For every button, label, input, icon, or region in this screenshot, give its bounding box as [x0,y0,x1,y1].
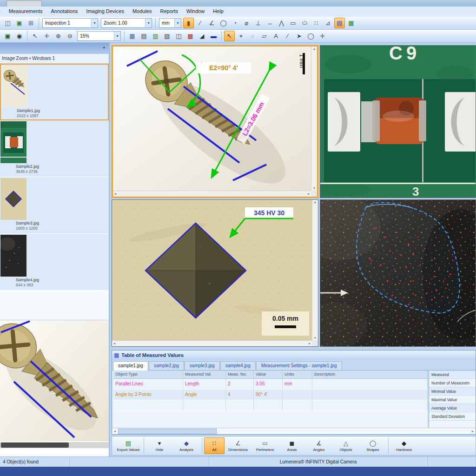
perpendicular-measure-icon[interactable]: ⊥ [253,18,264,28]
text-annotation-icon[interactable]: A [271,31,281,41]
measure-bar-icon[interactable]: ▬ [208,31,219,41]
menu-item-measurements[interactable]: Measurements [5,7,47,17]
table-horizontal-scrollbar[interactable]: ◄► [112,428,476,434]
rectangle-measure-icon[interactable]: ▭ [288,18,298,28]
chevron-down-icon[interactable]: ▾ [174,19,181,27]
thumbnail-sample3-jpg[interactable] [0,178,26,220]
save-image-icon[interactable]: ▣ [14,18,25,28]
horizontal-scrollbar[interactable]: ◄► [112,340,312,346]
magnifier-icon[interactable]: ◌ [247,31,258,41]
open-image-icon[interactable]: ◫ [2,18,13,28]
menu-item-window[interactable]: Window [182,7,209,17]
tab-sample4-jpg[interactable]: sample4.jpg [220,361,256,370]
gallery-item-sample3-jpg[interactable]: Sample3.jpg1600 x 1200 [0,177,109,234]
all-button[interactable]: ∷All [204,437,225,454]
vertical-scrollbar[interactable]: ▲▼ [311,46,317,191]
perimeters-button[interactable]: ▭Perimeters [251,437,278,454]
chevron-down-icon[interactable]: ▾ [114,32,120,40]
thumbnail-sample4-jpg[interactable] [0,235,26,277]
snapshot-icon[interactable]: ◉ [14,31,25,41]
menu-item-help[interactable]: Help [209,7,228,17]
vertical-scrollbar[interactable]: ▲▼ [312,200,318,340]
unit-combo[interactable]: mm ▾ [159,18,181,28]
circle-measure-icon[interactable]: ◯ [218,18,229,28]
angle-measure-icon[interactable]: ∠ [206,18,217,28]
ellipse-measure-icon[interactable]: ⬭ [299,18,310,28]
image-window-sample4[interactable] [320,199,476,347]
grid-icon[interactable]: ▦ [127,31,138,41]
chevron-down-icon[interactable]: ▾ [145,19,152,27]
menu-item-file[interactable]: File [0,7,5,17]
chevron-down-icon[interactable]: ▾ [91,19,98,27]
zoom-out-tool-icon[interactable]: ⊖ [65,31,75,41]
zoom-percent-combo[interactable]: 15%▾ [77,31,121,41]
hardness-button[interactable]: ◆Hardness [390,437,417,454]
menu-item-imaging-devices[interactable]: Imaging Devices [82,7,128,17]
gallery-item-sample4-jpg[interactable]: Sample4.jpg644 x 363 [0,234,109,291]
window-tab[interactable] [7,0,42,7]
distance-measure-icon[interactable]: ↔ [264,18,275,28]
areas-button[interactable]: ◼Areas [278,437,305,454]
tab-sample2-jpg[interactable]: sample2.jpg [149,361,184,370]
tab-measurement-settings-sample1-jpg[interactable]: Measurement Settings - sample1.jpg [256,361,342,370]
hardness-icon: ◆ [402,440,406,447]
polyline-measure-icon[interactable]: ⋀ [276,18,287,28]
line-annotation-icon[interactable]: ∕ [282,31,293,41]
shape-annotation-icon[interactable]: ◯ [305,31,316,41]
stamp-icon[interactable]: ▱ [259,31,270,41]
measure-table-icon[interactable]: ▤ [334,18,345,28]
analysis-button[interactable]: ◆Analysis [173,437,200,454]
arrow-annotation-icon[interactable]: ➤ [294,31,304,41]
grid-overlay-icon[interactable]: ▦ [346,18,357,28]
shapes-button[interactable]: ◯Shapes [359,437,386,454]
tab-sample3-jpg[interactable]: sample3.jpg [185,361,220,370]
emboss-icon[interactable]: ◢ [197,31,207,41]
histogram-icon[interactable]: ▥ [150,31,161,41]
zoom-in-tool-icon[interactable]: ⊕ [53,31,64,41]
crosshair-icon[interactable]: ⌖ [236,31,246,41]
dimensions-button[interactable]: ∠Dimensions [225,437,251,454]
annotation-select-icon[interactable]: ↖ [224,31,235,41]
table-row[interactable]: Parallel LinesLength23.06mm [113,379,428,390]
thumbnail-sample1-jpg[interactable] [1,66,27,107]
profile-icon[interactable]: ▤ [139,31,149,41]
thumbnail-sample2-jpg[interactable] [0,121,26,163]
merge-images-icon[interactable]: ◫ [173,31,184,41]
live-camera-icon[interactable]: ▣ [2,31,13,41]
calibration-marker-icon[interactable]: ▮ [183,18,194,28]
tab-sample1-jpg[interactable]: sample1.jpg [113,361,148,370]
image-window-sample2[interactable]: C9 3 [320,45,476,198]
objects-button[interactable]: △Objects [332,437,359,454]
caliper-icon[interactable]: ⊿ [323,18,333,28]
pan-tool-icon[interactable]: ✛ [41,31,52,41]
arc-measure-icon[interactable]: ◔ [230,18,240,28]
zoom-combo[interactable]: Zoom: 1.00 ▾ [101,18,152,28]
export-values-button[interactable]: ▤Export Values [115,437,142,454]
table-row[interactable]: Angle by 3 PointsAngle490° 4' [113,390,428,400]
select-tool-icon[interactable]: ↖ [30,31,40,41]
menu-item-reports[interactable]: Reports [156,7,183,17]
image-preview-window[interactable] [0,320,109,457]
marker-annotation-icon[interactable]: ✛ [317,31,328,41]
diameter-measure-icon[interactable]: ⌀ [241,18,252,28]
angles-button[interactable]: ∡Angles [305,437,332,454]
tile-windows-icon[interactable]: ⊞ [26,18,36,28]
menu-item-annotations[interactable]: Annotations [47,7,82,17]
gallery-item-sample2-jpg[interactable]: Sample2.jpg3648 x 2736 [0,120,109,177]
pin-icon[interactable]: ▪ [103,45,105,50]
line-measure-icon[interactable]: ∕ [195,18,205,28]
hide-button[interactable]: ▾Hide [146,437,173,454]
horizontal-scrollbar[interactable]: ◄► [113,191,311,197]
image-window-sample1[interactable]: L2=3.06 mm E2=90° 4' 1 mm ▲▼ ◄► [112,45,318,198]
color-channels-icon[interactable]: ▩ [185,31,196,41]
gallery-item-sample1-jpg[interactable]: Sample1.jpg2022 x 1087 [0,64,109,120]
inspection-combo[interactable]: Inspection 1 ▾ [42,18,98,28]
scrollbar-thumb[interactable] [118,429,217,434]
threshold-icon[interactable]: ▧ [162,31,172,41]
scrollbar-thumb[interactable] [1,443,69,448]
stat-row-measured: Measured [429,370,476,379]
menu-item-modules[interactable]: Modules [128,7,156,17]
preview-horizontal-scrollbar[interactable] [0,442,109,448]
point-counter-icon[interactable]: ∷ [311,18,322,28]
image-window-sample3[interactable]: 345 HV 30 0.05 mm ▲▼ ◄► [112,199,318,347]
